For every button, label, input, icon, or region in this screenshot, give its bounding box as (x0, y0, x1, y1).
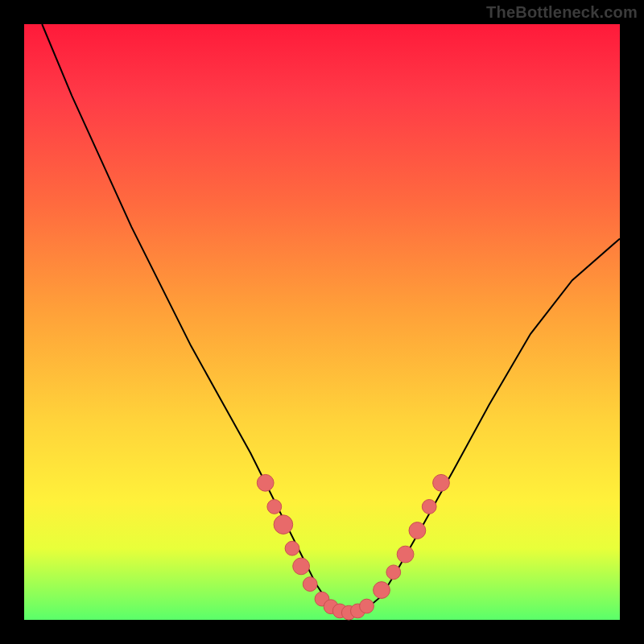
curve-marker (257, 474, 274, 491)
curve-marker (433, 474, 450, 491)
chart-svg (24, 24, 620, 620)
curve-markers (257, 474, 449, 620)
curve-marker (374, 582, 390, 599)
curve-marker (397, 546, 414, 563)
curve-marker (267, 500, 282, 514)
curve-marker (274, 515, 293, 535)
curve-marker (303, 577, 317, 592)
curve-marker (422, 500, 436, 514)
watermark-text: TheBottleneck.com (486, 3, 638, 22)
chart-stage: TheBottleneck.com (0, 0, 644, 644)
plot-area (24, 24, 620, 620)
bottleneck-curve (42, 24, 620, 614)
curve-marker (409, 522, 426, 539)
curve-marker (293, 558, 310, 575)
curve-marker (386, 565, 401, 580)
curve-marker (360, 599, 374, 613)
curve-marker (285, 541, 299, 555)
